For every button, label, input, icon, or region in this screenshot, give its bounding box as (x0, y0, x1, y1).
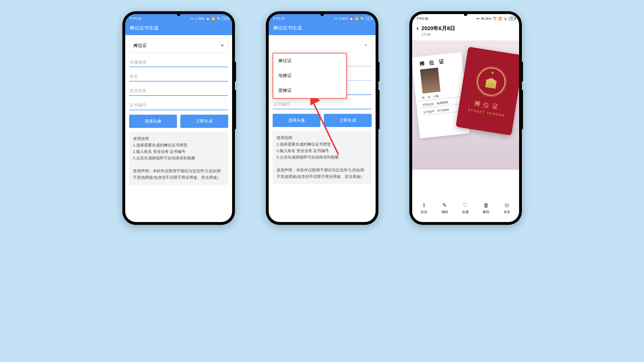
instruction-line: 3.点击生成按钮即可自动保存到相册 (133, 155, 224, 162)
dropdown-value: 摊位证 (133, 43, 147, 49)
share-icon: ⇪ (422, 202, 427, 208)
tool-send[interactable]: ⇪发送 (421, 202, 427, 214)
emblem-icon: ★ (475, 65, 507, 98)
phone-screen-1: 下午5:29 ••• 1.1M/s ⏰ 📶 📡 86 摊位证书生成 摊位证 (125, 14, 232, 222)
dropdown-menu: 摊位证 地摊证 摆摊证 (273, 53, 347, 99)
status-net: 30.1K/s (481, 17, 491, 20)
gallery-toolbar: ⇪发送 ✎编辑 ♡收藏 🗑删除 ⊙更多 (412, 196, 519, 222)
instructions-panel: 使用说明 1.选择需要生成的摊位证书类型 2.输入姓名 营业业务 证书编号 3.… (129, 132, 228, 185)
phone-notch (177, 13, 180, 16)
battery-icon: 86 (509, 17, 515, 20)
disclaimer-text: 使用声明：本软件仅限用于测试与交流学习,切勿用于其他用途(包含但不仅限于商业用途… (133, 168, 224, 181)
battery-icon: 86 (222, 17, 228, 20)
instruction-line: 3.点击生成按钮即可自动保存到相册 (277, 154, 368, 161)
gallery-header: ‹ 2020年6月8日 17:30 (412, 22, 519, 39)
wifi-icon: 📡 (360, 17, 364, 21)
signal-icon: 📶 (211, 17, 215, 21)
alarm-icon: ⏰ (206, 17, 210, 21)
instruction-line: 1.选择需要生成的摊位证书类型 (133, 142, 224, 149)
menu-option-stall-cert[interactable]: 摊位证 (273, 53, 346, 68)
cert-photo-thumb (420, 67, 440, 93)
phone-notch (464, 13, 467, 16)
cert-type-dropdown[interactable]: 摊位证 (129, 39, 228, 53)
gallery-time: 17:30 (421, 32, 455, 37)
choose-avatar-button[interactable]: 选择头像 (273, 114, 320, 127)
caret-down-icon (364, 44, 367, 46)
business-input[interactable] (129, 85, 228, 96)
avatar-link-input[interactable] (129, 57, 228, 67)
signal-icon: 📶 (498, 17, 502, 21)
generated-image[interactable]: 摊 位 证 姓 名:小熊 经营业务:烤鸡烤鸭 证书编号:BT16666 ★ 摊位… (412, 40, 519, 170)
generate-button[interactable]: 立即生成 (180, 115, 228, 128)
tool-favorite[interactable]: ♡收藏 (462, 202, 469, 214)
status-dots-icon: ••• (190, 17, 194, 20)
cert-no-input[interactable] (273, 99, 372, 109)
status-dots-icon: ••• (476, 17, 480, 20)
status-time: 下午5:29 (129, 17, 141, 21)
instruction-line: 2.输入姓名 营业业务 证书编号 (277, 148, 368, 154)
tool-more[interactable]: ⊙更多 (504, 202, 510, 214)
menu-option-vendor-cert[interactable]: 摆摊证 (273, 83, 346, 98)
heart-icon: ♡ (463, 202, 468, 208)
signal-icon: 📶 (355, 17, 359, 21)
phone-notch (320, 13, 324, 16)
disclaimer-text: 使用声明：本软件仅限用于测试与交流学习,切勿用于其他用途(包含但不仅限于商业用途… (277, 167, 368, 180)
edit-icon: ✎ (442, 202, 447, 208)
status-dots-icon: ••• (335, 17, 338, 20)
status-time: 下午5:29 (273, 17, 285, 21)
phone-frame-2: 下午5:29 ••• 2.5K/s ⏰ 📶 📡 86 摊位证书生成 (266, 11, 378, 225)
status-net: 1.1M/s (195, 17, 204, 20)
phone-screen-2: 下午5:29 ••• 2.5K/s ⏰ 📶 📡 86 摊位证书生成 (269, 14, 376, 222)
app-title: 摊位证书生成 (125, 22, 232, 35)
caret-down-icon (221, 45, 224, 47)
status-net: 2.5K/s (339, 17, 348, 20)
cert-card-title: 摊 位 证 (415, 56, 459, 68)
gallery-date: 2020年6月8日 (421, 25, 455, 32)
instructions-panel: 使用说明 1.选择需要生成的摊位证书类型 2.输入姓名 营业业务 证书编号 3.… (273, 131, 372, 184)
wifi-icon: 📡 (504, 17, 508, 21)
alarm-icon: ⏰ (493, 17, 497, 21)
passport-cover: ★ 摊位证 STREET VENDOR (455, 47, 519, 135)
phone-frame-1: 下午5:29 ••• 1.1M/s ⏰ 📶 📡 86 摊位证书生成 摊位证 (122, 11, 235, 225)
status-time: 下午5:30 (416, 17, 428, 21)
battery-icon: 86 (365, 17, 372, 20)
phone-frame-3: 下午5:30 ••• 30.1K/s ⏰ 📶 📡 86 ‹ 2020年6月8日 … (409, 11, 522, 225)
phone-screen-3: 下午5:30 ••• 30.1K/s ⏰ 📶 📡 86 ‹ 2020年6月8日 … (412, 14, 519, 222)
app-title: 摊位证书生成 (269, 22, 376, 35)
more-icon: ⊙ (504, 202, 509, 208)
instructions-title: 使用说明 (133, 136, 224, 142)
choose-avatar-button[interactable]: 选择头像 (129, 115, 177, 128)
instruction-line: 1.选择需要生成的摊位证书类型 (277, 141, 368, 148)
back-button[interactable]: ‹ (417, 25, 419, 31)
trash-icon: 🗑 (483, 202, 489, 208)
instruction-line: 2.输入姓名 营业业务 证书编号 (133, 149, 224, 155)
instructions-title: 使用说明 (277, 135, 368, 141)
star-icon: ★ (490, 70, 495, 75)
tool-delete[interactable]: 🗑删除 (483, 202, 490, 214)
wifi-icon: 📡 (217, 17, 221, 21)
name-input[interactable] (129, 71, 228, 82)
cert-type-dropdown[interactable] (273, 39, 372, 52)
tool-edit[interactable]: ✎编辑 (441, 202, 448, 214)
cert-no-input[interactable] (129, 100, 228, 110)
pavilion-icon (484, 77, 498, 89)
generate-button[interactable]: 立即生成 (324, 114, 372, 127)
menu-option-ground-cert[interactable]: 地摊证 (273, 68, 346, 83)
alarm-icon: ⏰ (349, 17, 353, 21)
